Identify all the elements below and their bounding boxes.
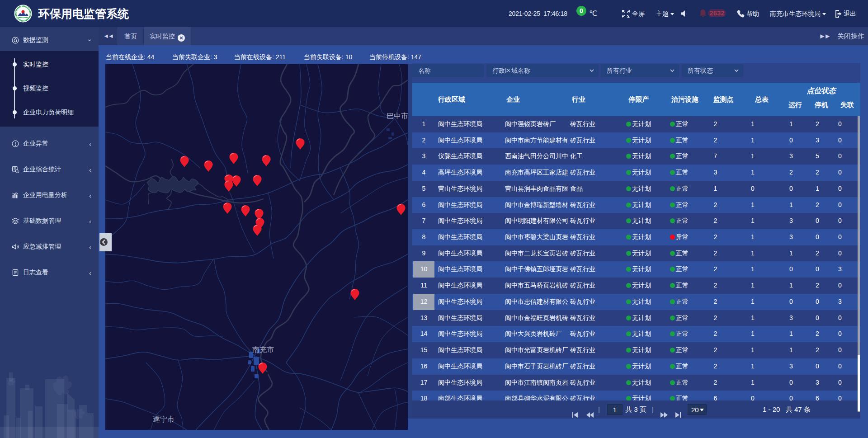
svg-text:南充市: 南充市 — [252, 346, 274, 353]
svg-text:巴中市: 巴中市 — [387, 112, 408, 120]
svg-text:遂宁市: 遂宁市 — [153, 415, 175, 423]
